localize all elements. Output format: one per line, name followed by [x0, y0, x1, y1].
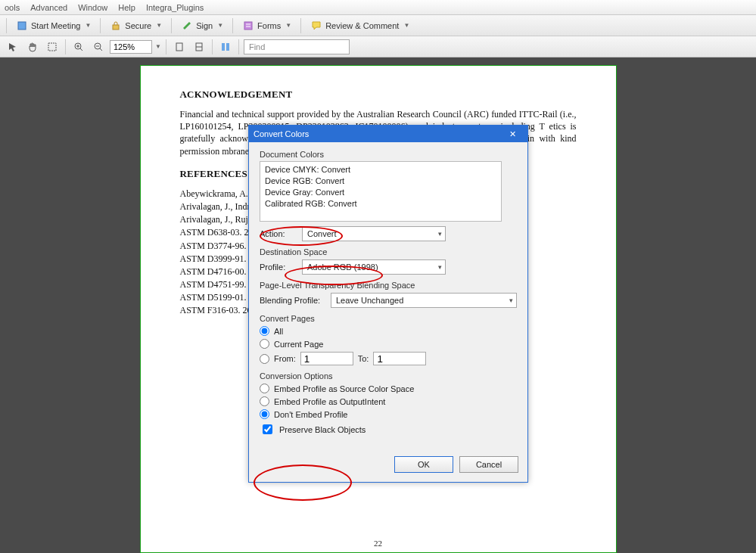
zoom-out-icon[interactable] — [90, 39, 107, 55]
menu-integra-plugins[interactable]: Integra_Plugins — [146, 3, 204, 12]
list-item[interactable]: Device Gray: Convert — [265, 187, 496, 198]
radio-current-page[interactable]: Current Page — [260, 339, 517, 349]
radio-embed-source-input[interactable] — [260, 384, 269, 393]
list-item[interactable]: Calibrated RGB: Convert — [265, 198, 496, 210]
radio-current-input[interactable] — [260, 339, 269, 349]
lock-icon — [110, 20, 122, 32]
caret-icon: ▼ — [85, 22, 91, 29]
secure-button[interactable]: Secure ▼ — [105, 18, 166, 33]
hand-tool-icon[interactable] — [24, 39, 41, 55]
zoom-input[interactable] — [110, 40, 152, 54]
blending-profile-label: Blending Profile: — [260, 296, 325, 305]
meeting-icon — [16, 20, 28, 32]
radio-embed-source[interactable]: Embed Profile as Source Color Space — [260, 384, 517, 393]
comment-icon — [310, 20, 322, 32]
zoom-in-icon[interactable] — [70, 39, 87, 55]
separator — [171, 18, 172, 33]
conversion-options-label: Conversion Options — [260, 371, 517, 381]
ok-button[interactable]: OK — [394, 456, 453, 473]
from-page-input[interactable] — [300, 352, 353, 365]
radio-current-label: Current Page — [274, 340, 323, 349]
convert-pages-label: Convert Pages — [260, 314, 517, 323]
dialog-button-row: OK Cancel — [249, 450, 527, 482]
checkbox-preserve-black-input[interactable] — [263, 424, 272, 434]
conversion-options-group: Conversion Options Embed Profile as Sour… — [260, 371, 517, 436]
start-meeting-button[interactable]: Start Meeting ▼ — [11, 18, 95, 33]
marquee-zoom-icon[interactable] — [44, 39, 61, 55]
sign-button[interactable]: Sign ▼ — [176, 18, 228, 33]
list-item[interactable]: Device RGB: Convert — [265, 176, 496, 187]
profile-select[interactable]: Adobe RGB (1998) ▾ — [302, 259, 446, 275]
secure-label: Secure — [125, 21, 151, 30]
action-select[interactable]: Convert ▾ — [302, 226, 446, 241]
separator — [65, 39, 66, 54]
forms-icon — [242, 20, 254, 32]
caret-icon: ▼ — [403, 22, 409, 29]
dialog-body: Document Colors Device CMYK: Convert Dev… — [249, 142, 527, 450]
review-comment-button[interactable]: Review & Comment ▼ — [306, 18, 414, 33]
fit-page-icon[interactable] — [171, 39, 188, 55]
radio-embed-source-label: Embed Profile as Source Color Space — [274, 384, 414, 393]
profile-value: Adobe RGB (1998) — [307, 263, 378, 272]
main-menubar: ools Advanced Window Help Integra_Plugin… — [0, 0, 756, 15]
start-meeting-label: Start Meeting — [31, 21, 80, 30]
svg-rect-5 — [48, 43, 56, 51]
chevron-down-icon: ▾ — [509, 297, 513, 304]
toolbar-primary: Start Meeting ▼ Secure ▼ Sign ▼ Forms ▼ … — [0, 15, 756, 36]
fit-width-icon[interactable] — [191, 39, 207, 55]
pen-icon — [181, 20, 193, 32]
menu-help[interactable]: Help — [118, 3, 135, 12]
blending-profile-value: Leave Unchanged — [336, 296, 403, 305]
to-page-input[interactable] — [373, 352, 426, 365]
separator — [232, 18, 233, 33]
page-number: 22 — [141, 539, 616, 548]
svg-line-9 — [80, 48, 82, 51]
blending-profile-select[interactable]: Leave Unchanged ▾ — [331, 293, 517, 308]
separator — [100, 18, 101, 33]
zoom-caret-icon[interactable]: ▼ — [155, 43, 161, 50]
svg-rect-0 — [18, 22, 26, 30]
radio-all[interactable]: All — [260, 326, 517, 336]
radio-embed-output[interactable]: Embed Profile as OutputIntent — [260, 396, 517, 406]
radio-from-input[interactable] — [260, 354, 269, 364]
action-value: Convert — [307, 229, 337, 238]
separator — [166, 39, 166, 54]
radio-from[interactable]: From: To: — [260, 352, 517, 365]
radio-dont-embed-input[interactable] — [260, 409, 269, 419]
svg-rect-16 — [222, 43, 225, 51]
menu-tools[interactable]: ools — [5, 3, 20, 12]
dialog-close-button[interactable]: ✕ — [502, 127, 523, 141]
destination-space-group: Destination Space Profile: Adobe RGB (19… — [260, 247, 517, 275]
document-colors-label: Document Colors — [260, 150, 517, 159]
blending-space-group: Page-Level Transparency Blending Space B… — [260, 281, 517, 308]
dialog-titlebar[interactable]: Convert Colors ✕ — [249, 126, 527, 142]
document-colors-group: Document Colors Device CMYK: Convert Dev… — [260, 150, 517, 241]
select-tool-icon[interactable] — [5, 39, 21, 55]
separator — [6, 18, 7, 33]
caret-icon: ▼ — [285, 22, 291, 29]
radio-all-label: All — [274, 327, 283, 336]
checkbox-preserve-black[interactable]: Preserve Black Objects — [260, 422, 517, 436]
svg-rect-17 — [226, 43, 229, 51]
review-label: Review & Comment — [325, 21, 399, 30]
separator — [212, 39, 213, 54]
svg-rect-13 — [176, 43, 182, 51]
cancel-button[interactable]: Cancel — [459, 456, 518, 473]
sign-label: Sign — [196, 21, 213, 30]
list-item[interactable]: Device CMYK: Convert — [265, 164, 496, 176]
radio-dont-embed[interactable]: Don't Embed Profile — [260, 409, 517, 419]
svg-line-12 — [100, 48, 102, 51]
caret-icon: ▼ — [217, 22, 223, 29]
forms-button[interactable]: Forms ▼ — [238, 18, 296, 33]
document-colors-listbox[interactable]: Device CMYK: Convert Device RGB: Convert… — [260, 161, 502, 222]
menu-advanced[interactable]: Advanced — [30, 3, 67, 12]
menu-window[interactable]: Window — [78, 3, 107, 12]
action-label: Action: — [260, 229, 296, 238]
reading-mode-icon[interactable] — [217, 39, 234, 55]
radio-embed-output-input[interactable] — [260, 396, 269, 406]
blending-space-label: Page-Level Transparency Blending Space — [260, 281, 517, 290]
find-input[interactable]: Find — [244, 39, 350, 54]
chevron-down-icon: ▾ — [438, 263, 442, 271]
find-placeholder: Find — [249, 42, 265, 51]
radio-all-input[interactable] — [260, 326, 269, 336]
